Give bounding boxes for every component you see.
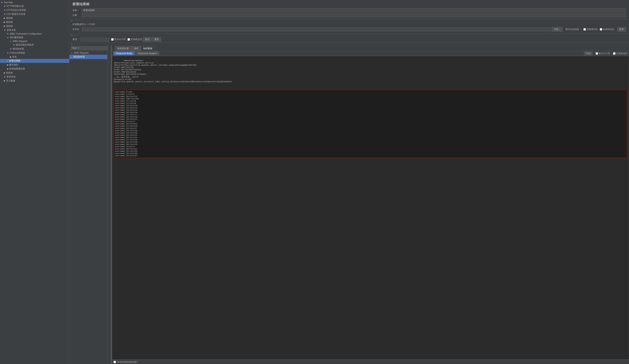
dropdown-arrow-icon: ▼ bbox=[78, 47, 79, 49]
sidebar-item-label: 线程组 bbox=[6, 71, 13, 75]
filename-label: 文件名 bbox=[72, 28, 82, 31]
find-case-checkbox[interactable]: 区分大小写 bbox=[596, 52, 610, 55]
sidebar-item-label: JDBC Connection Configuration bbox=[9, 32, 42, 35]
case-sensitive-checkbox[interactable]: 区分大小写 bbox=[111, 38, 126, 41]
sidebar-item-label: 用表格察看结果 bbox=[9, 67, 25, 71]
expand-icon: ▶ bbox=[10, 56, 11, 58]
response-tab-body[interactable]: Response Body bbox=[114, 51, 135, 55]
sidebar-item-label: HTTP请求默认值 bbox=[6, 4, 24, 8]
sidebar-item-post-processor[interactable]: ⚙ 调试后置处理程序 bbox=[0, 43, 69, 47]
sidebar-item-thread-4[interactable]: ▶ 线程组 bbox=[0, 71, 69, 75]
sidebar-item-thread-3[interactable]: ▶ 线程组 bbox=[0, 24, 69, 28]
tab-request[interactable]: 请求 bbox=[131, 46, 141, 51]
text-dropdown[interactable]: Text ▼ bbox=[71, 46, 108, 50]
sidebar-item-label: 吞吐量控制器 bbox=[10, 36, 23, 39]
expand-icon: ▼ bbox=[7, 36, 9, 39]
listener-icon: ◆ bbox=[7, 64, 8, 66]
divider-dots-2: ············ bbox=[74, 34, 80, 36]
listener-icon: ◆ bbox=[7, 60, 8, 62]
sample-panel: Text ▼ ● JDBC Request ● 调试取样器 bbox=[69, 45, 111, 364]
find-button[interactable]: 查找 bbox=[143, 37, 152, 42]
collapse-row-1[interactable]: ▲ ············ bbox=[69, 19, 629, 22]
sidebar-item-http-header[interactable]: ⚙ HTTP信息头管理器 bbox=[0, 8, 69, 12]
expand-icon: ▼ bbox=[7, 52, 9, 54]
config-icon: ⚙ bbox=[4, 13, 6, 15]
sidebar-item-table[interactable]: ◆ 用表格察看结果 bbox=[0, 67, 69, 71]
listener-icon: ◆ bbox=[7, 68, 8, 70]
collapse-row-2[interactable]: ▲ ············ bbox=[69, 33, 629, 36]
config-icon: ⚙ bbox=[13, 44, 15, 46]
sidebar-item-thread-1[interactable]: ▶ 线程组 bbox=[0, 16, 69, 20]
response-tab-headers[interactable]: Response headers bbox=[135, 51, 159, 55]
highlighted-content: username_#=100 username_1=test1 username… bbox=[114, 90, 627, 158]
find-btn[interactable]: Find bbox=[584, 51, 593, 55]
sidebar-item-result-tree[interactable]: ◆ 察看结果树 bbox=[0, 59, 69, 63]
search-row: 查找： 区分大小写 正则表达式 查找 重置 bbox=[69, 36, 629, 42]
collapse-arrow-icon-2: ▲ bbox=[71, 34, 73, 36]
sidebar-item-label: 导入数据 bbox=[6, 79, 15, 82]
comment-row: 注释： bbox=[72, 13, 626, 17]
filename-input[interactable] bbox=[82, 27, 551, 31]
sidebar-item-thread-2[interactable]: ▶ 线程组 bbox=[0, 20, 69, 24]
sidebar-item-label: 登录并发 bbox=[7, 28, 16, 32]
content-panel: 取样器结果 请求 响应数据 Response Body Response hea… bbox=[112, 45, 629, 364]
sidebar-item-csv-data[interactable]: ⚙ CSV 数据文件设置 bbox=[0, 12, 69, 16]
sidebar-item-http-defaults[interactable]: ⚙ HTTP请求默认值 bbox=[0, 4, 69, 8]
expand-icon: ▼ bbox=[1, 1, 3, 3]
sidebar-item-login[interactable]: ▶ 登录 bbox=[0, 55, 69, 59]
expand-icon: ▼ bbox=[4, 29, 6, 31]
sidebar-item-login-dev-2[interactable]: ⚙ 登录并发 bbox=[0, 75, 69, 79]
sidebar: ▼ Test Plan ⚙ HTTP请求默认值 ⚙ HTTP信息头管理器 ⚙ C… bbox=[0, 0, 69, 364]
sidebar-item-label: 聚合报告 bbox=[9, 63, 18, 67]
sidebar-item-swallow[interactable]: ▼ 吞吐量控制器 bbox=[0, 35, 69, 39]
name-input[interactable] bbox=[82, 8, 626, 12]
sidebar-item-debug-sampler[interactable]: ⚙ 调试取样器 bbox=[0, 47, 69, 51]
log-content-label: 显示日志内容： bbox=[566, 28, 582, 31]
main-content: 察看结果树 名称： 注释： ▲ ············ 所有数据写入一个文件 … bbox=[69, 0, 629, 364]
name-row: 名称： bbox=[72, 8, 626, 12]
sidebar-item-jdbc-request[interactable]: ● JDBC Request bbox=[0, 39, 69, 43]
expand-icon: ▶ bbox=[4, 80, 5, 82]
sidebar-item-label: 调试后置处理程序 bbox=[15, 43, 34, 47]
text-dropdown-label: Text bbox=[72, 47, 76, 49]
tab-response[interactable]: 响应数据 bbox=[141, 46, 155, 51]
sidebar-item-summary[interactable]: ◆ 聚合报告 bbox=[0, 63, 69, 67]
comment-input[interactable] bbox=[82, 13, 626, 17]
sample-item-debug[interactable]: ● 调试取样器 bbox=[69, 55, 107, 59]
pre-highlight-content: JMeterVariables: JMeterThread.last_sampl… bbox=[114, 59, 232, 83]
sidebar-item-label: 线程组 bbox=[6, 24, 13, 28]
filename-row: 文件名 浏览... 显示日志内容： 仅错误日志 仅成功日志 配置 bbox=[72, 27, 626, 31]
divider-dots-3: ············ bbox=[74, 43, 80, 45]
reset-button[interactable]: 重置 bbox=[152, 37, 161, 42]
collapse-arrow-icon-3: ▲ bbox=[71, 43, 73, 45]
config-icon: ⚙ bbox=[10, 48, 12, 50]
sidebar-item-label: 线程组 bbox=[6, 20, 13, 24]
find-regex-checkbox[interactable]: 正则表达式 bbox=[613, 52, 628, 55]
sidebar-item-login-dev[interactable]: ▼ 登录并发 bbox=[0, 28, 69, 32]
sidebar-item-import[interactable]: ▶ 导入数据 bbox=[0, 79, 69, 83]
success-log-checkbox[interactable]: 仅成功日志 bbox=[600, 28, 614, 31]
error-log-checkbox[interactable]: 仅错误日志 bbox=[583, 28, 598, 31]
sidebar-item-label: Test Plan bbox=[3, 1, 13, 4]
expand-icon: ▶ bbox=[4, 25, 5, 27]
sidebar-item-label: 调试取样器 bbox=[12, 47, 24, 51]
expand-icon: ▶ bbox=[4, 72, 5, 74]
sample-item-label: JDBC Request bbox=[73, 51, 88, 54]
sample-item-jdbc[interactable]: ● JDBC Request bbox=[69, 51, 107, 55]
sidebar-item-test-plan[interactable]: ▼ Test Plan bbox=[0, 1, 69, 4]
config-button[interactable]: 配置 bbox=[617, 27, 626, 31]
response-tabs-bar: Response Body Response headers Find 区分大小… bbox=[112, 51, 629, 56]
search-input[interactable] bbox=[81, 38, 109, 41]
tab-results[interactable]: 取样器结果 bbox=[115, 46, 131, 51]
config-icon: ⚙ bbox=[4, 9, 6, 11]
browse-button[interactable]: 浏览... bbox=[552, 27, 563, 31]
expand-icon: ▶ bbox=[4, 17, 5, 19]
sidebar-item-foreach[interactable]: ▼ ForEach控制器 bbox=[0, 51, 69, 55]
scroll-auto-checkbox[interactable] bbox=[114, 361, 116, 363]
gear-icon: ⚙ bbox=[4, 76, 6, 78]
regex-checkbox[interactable]: 正则表达式 bbox=[128, 38, 142, 41]
sidebar-item-jdbc-config[interactable]: ⚙ JDBC Connection Configuration bbox=[0, 32, 69, 35]
sample-list: ● JDBC Request ● 调试取样器 bbox=[69, 51, 107, 364]
collapse-row-3[interactable]: ▲ ············ bbox=[69, 42, 629, 45]
ok-status-icon: ● bbox=[71, 51, 72, 54]
